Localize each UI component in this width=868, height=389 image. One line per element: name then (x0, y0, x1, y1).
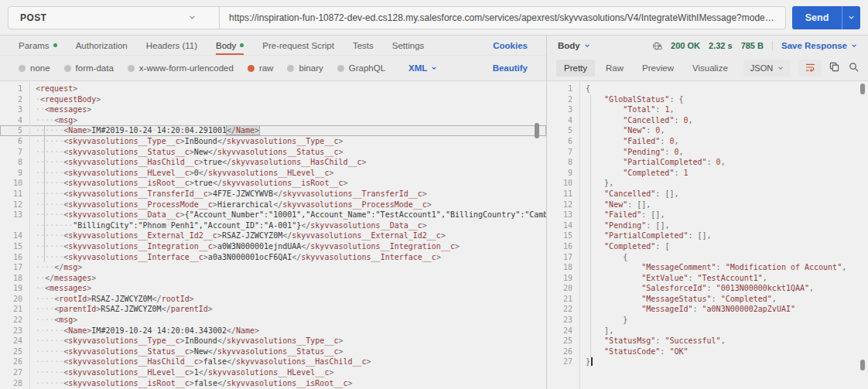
code-line: 4 "Cancelled": 0, (547, 115, 868, 126)
chevron-down-icon (584, 43, 590, 49)
view-tab-preview[interactable]: Preview (634, 60, 682, 77)
method-url-field: POST https://inspiration-fun-10872-dev-e… (8, 6, 786, 29)
tab-pre-request-script[interactable]: Pre-request Script (262, 36, 334, 55)
tab-label: Headers (11) (146, 41, 197, 50)
body-type-binary[interactable]: binary (287, 63, 323, 73)
body-type-x-www-form-urlencoded[interactable]: x-www-form-urlencoded (128, 63, 234, 73)
code-line: 1<request> (0, 84, 546, 94)
line-number: 5 (0, 125, 29, 136)
line-number: 21 (0, 304, 29, 315)
code-line: 17····</msg> (0, 262, 546, 273)
line-number: 3 (0, 104, 29, 115)
tab-label: Authorization (76, 41, 128, 50)
tab-headers-11-[interactable]: Headers (11) (146, 36, 197, 55)
code-line: 3 "Total": 1, (547, 104, 868, 115)
code-line: 6······<skyvvasolutions__Type__c>InBound… (0, 136, 546, 147)
line-number: 14 (547, 220, 579, 231)
scrollbar-thumb[interactable] (860, 84, 865, 94)
beautify-link[interactable]: Beautify (493, 63, 528, 73)
method-selector[interactable]: POST (9, 7, 219, 29)
response-body-dropdown[interactable]: Body (558, 41, 590, 50)
green-dot-icon (240, 43, 244, 47)
code-line: 27······<skyvvasolutions__HLevel__c>1</s… (0, 367, 546, 378)
body-type-form-data[interactable]: form-data (64, 63, 114, 73)
code-line: 10······<skyvvasolutions__isRoot__c>true… (0, 178, 546, 189)
line-number: 12 (0, 200, 29, 210)
language-dropdown[interactable]: XML (408, 63, 437, 73)
tab-settings[interactable]: Settings (392, 36, 425, 55)
line-number: 4 (0, 115, 29, 126)
request-body-editor[interactable]: 1<request>2·<requestBody>3··<messages>4·… (0, 81, 546, 389)
tab-label: Params (19, 41, 50, 50)
code-line: 12 "New": [], (547, 200, 868, 210)
tab-body[interactable]: Body (216, 36, 244, 55)
line-number: 26 (0, 357, 29, 367)
body-type-options: noneform-datax-www-form-urlencodedrawbin… (19, 63, 385, 73)
code-line: 24······<skyvvasolutions__Type__c>InBoun… (0, 336, 546, 346)
gutter-separator (29, 81, 30, 389)
wrap-text-button[interactable] (798, 60, 822, 77)
code-line: 27} (547, 357, 868, 367)
body-type-none[interactable]: none (19, 63, 50, 73)
gutter-separator (579, 81, 580, 389)
code-line: 15······<skyvvasolutions__Integration__c… (0, 241, 546, 252)
line-number: 5 (547, 125, 579, 136)
code-line: 3··<messages> (0, 104, 546, 115)
body-type-GraphQL[interactable]: GraphQL (337, 63, 385, 73)
body-type-raw[interactable]: raw (248, 63, 274, 73)
scrollbar-thumb[interactable] (535, 123, 539, 138)
code-line: 25 "StatusMsg": "Successful", (547, 336, 868, 346)
line-number: 15 (547, 230, 579, 241)
format-dropdown[interactable]: JSON (743, 60, 791, 77)
scrollbar-mark (860, 360, 865, 370)
line-number: 9 (0, 168, 29, 179)
tab-params[interactable]: Params (19, 36, 57, 55)
url-input[interactable]: https://inspiration-fun-10872-dev-ed.cs1… (219, 7, 785, 29)
line-number: 4 (547, 115, 579, 126)
tab-tests[interactable]: Tests (353, 36, 374, 55)
line-number: 7 (0, 147, 29, 158)
copy-icon[interactable] (829, 61, 839, 75)
view-tab-raw[interactable]: Raw (598, 60, 631, 77)
indent-guide (44, 125, 45, 262)
line-number: 12 (547, 200, 579, 210)
radio-label: x-www-form-urlencoded (139, 63, 234, 73)
response-body-editor[interactable]: 1{2 "GlobalStatus": {3 "Total": 1,4 "Can… (547, 81, 868, 389)
code-line: 6 "Failed": 0, (547, 136, 868, 147)
radio-icon (64, 65, 71, 72)
line-number: 1 (0, 84, 29, 94)
radio-icon (128, 65, 135, 72)
line-number: 19 (0, 283, 29, 294)
code-line: 21 "MessageStatus": "Completed", (547, 294, 868, 305)
radio-icon (19, 65, 26, 72)
line-number: 13 (547, 210, 579, 220)
tab-label: Settings (392, 41, 425, 50)
code-line: 11 "Cancelled": [], (547, 189, 868, 200)
send-options-button[interactable] (842, 6, 860, 29)
code-line: 22····<msg> (0, 315, 546, 326)
line-number: 19 (547, 273, 579, 284)
code-line: 16······<skyvvasolutions__Interface__c>a… (0, 252, 546, 263)
tab-label: Pre-request Script (262, 41, 334, 50)
cookies-link[interactable]: Cookies (493, 36, 528, 55)
green-dot-icon (53, 43, 57, 47)
line-number: 8 (547, 157, 579, 168)
code-line: 20 "SalesforceId": "0013N00000kckt1QAA", (547, 283, 868, 294)
response-view-row: PrettyRawPreviewVisualize JSON (547, 56, 868, 81)
code-line: 21····<parentId>RSAZ-JZWCYZ0M</parentId> (0, 304, 546, 315)
response-body-label: Body (558, 41, 580, 50)
code-line: 26 "StatusCode": "OK" (547, 346, 868, 357)
radio-label: form-data (76, 63, 114, 73)
view-tab-visualize[interactable]: Visualize (685, 60, 736, 77)
code-line: 20····<rootId>RSAZ-JZWCYZ0M</rootId> (0, 294, 546, 305)
response-size: 785 B (741, 41, 764, 50)
send-button[interactable]: Send (792, 6, 842, 29)
search-icon[interactable] (849, 61, 859, 75)
save-response-button[interactable]: Save Response (772, 41, 857, 50)
view-tab-pretty[interactable]: Pretty (556, 60, 595, 77)
line-number: 15 (0, 241, 29, 252)
response-view-tabs: PrettyRawPreviewVisualize (556, 60, 736, 77)
code-line: 4····<msg> (0, 115, 546, 126)
tab-authorization[interactable]: Authorization (76, 36, 128, 55)
main-area: ParamsAuthorizationHeaders (11)BodyPre-r… (0, 36, 868, 389)
